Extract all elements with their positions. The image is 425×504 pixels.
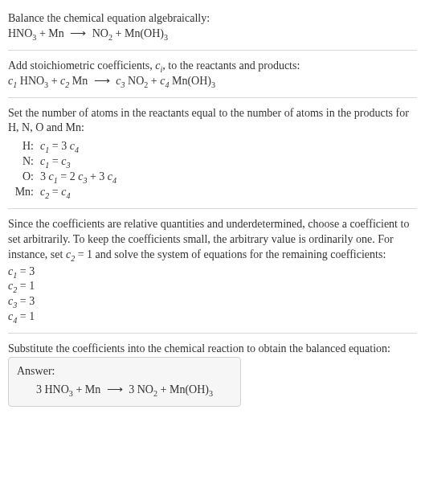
species: Mn: [85, 383, 100, 395]
plus: + 3: [87, 170, 107, 182]
plus: +: [157, 383, 170, 395]
arrow-icon: ⟶: [104, 383, 126, 395]
choose-section: Since the coefficients are relative quan…: [8, 212, 417, 330]
atom-balance-table: H: c1 = 3 c4 N: c1 = c3 O: 3 c1 = 2 c3 +…: [11, 139, 116, 200]
eqn-plus: +: [112, 27, 125, 39]
table-row: N: c1 = c3: [11, 154, 116, 170]
plus: +: [73, 383, 85, 395]
stoich-section: Add stoichiometric coefficients, ci, to …: [8, 54, 417, 94]
species: Mn(OH): [170, 75, 212, 87]
element-label: N:: [11, 154, 40, 170]
species: Mn(OH): [170, 383, 209, 395]
divider: [8, 333, 417, 334]
divider: [8, 208, 417, 209]
var-sub: 4: [66, 191, 70, 200]
divider: [8, 50, 417, 51]
answer-box: Answer: 3 HNO3 + Mn ⟶ 3 NO2 + Mn(OH)3: [8, 357, 241, 407]
eqn-term: Mn(OH): [125, 27, 164, 39]
eqn-plus: +: [36, 27, 48, 39]
eqn-term: Mn: [48, 27, 63, 39]
species-sub: 3: [211, 80, 215, 88]
arrow-icon: ⟶: [91, 75, 113, 87]
table-row: H: c1 = 3 c4: [11, 139, 116, 154]
var-sub: 3: [66, 161, 70, 170]
var-sub: 4: [75, 145, 79, 154]
list-item: c2 = 1: [8, 279, 417, 294]
element-label: O:: [11, 170, 40, 185]
eq: =: [49, 155, 61, 167]
eqn-term: HNO: [8, 27, 32, 39]
stoich-equation: c1 HNO3 + c2 Mn ⟶ c3 NO2 + c4 Mn(OH)3: [8, 74, 417, 89]
val: = 3: [17, 265, 35, 277]
intro-line1: Balance the chemical equation algebraica…: [8, 11, 417, 27]
num: 3: [40, 170, 49, 182]
eq: = 3: [49, 140, 69, 152]
list-item: c3 = 3: [8, 294, 417, 309]
eqn-sub: 3: [164, 33, 168, 42]
eq: = 2: [58, 170, 78, 182]
divider: [8, 97, 417, 98]
balance-eqn: 3 c1 = 2 c3 + 3 c4: [40, 170, 116, 185]
choose-text: Since the coefficients are relative quan…: [8, 217, 417, 263]
text: = 1 and solve the system of equations fo…: [75, 248, 386, 260]
answer-title: Answer:: [17, 364, 232, 379]
intro-section: Balance the chemical equation algebraica…: [8, 6, 417, 47]
solution-list: c1 = 3 c2 = 1 c3 = 3 c4 = 1: [8, 264, 417, 326]
text: , to the reactants and products:: [162, 59, 300, 72]
species-sub: 3: [209, 389, 213, 398]
list-item: c1 = 3: [8, 264, 417, 280]
list-item: c4 = 1: [8, 309, 417, 325]
subst-section: Substitute the coefficients into the che…: [8, 337, 417, 412]
intro-equation: HNO3 + Mn ⟶ NO2 + Mn(OH)3: [8, 27, 417, 42]
text: Add stoichiometric coefficients,: [8, 59, 155, 72]
answer-equation: 3 HNO3 + Mn ⟶ 3 NO2 + Mn(OH)3: [17, 383, 232, 398]
coef: 3: [36, 383, 45, 395]
val: = 1: [17, 310, 35, 322]
table-row: Mn: c2 = c4: [11, 185, 116, 200]
element-label: H:: [11, 139, 40, 154]
element-label: Mn:: [11, 185, 40, 200]
balance-eqn: c1 = 3 c4: [40, 139, 116, 154]
coef: 3: [129, 383, 137, 395]
val: = 1: [17, 280, 35, 292]
arrow-icon: ⟶: [67, 27, 89, 39]
table-row: O: 3 c1 = 2 c3 + 3 c4: [11, 170, 116, 185]
species: Mn: [69, 75, 88, 87]
eq: =: [49, 186, 61, 198]
species: NO: [125, 75, 145, 87]
plus: +: [148, 75, 160, 87]
balance-eqn: c2 = c4: [40, 185, 116, 200]
species: NO: [137, 383, 153, 395]
eqn-term: NO: [92, 27, 108, 39]
val: = 3: [17, 295, 35, 307]
atoms-intro: Set the number of atoms in the reactants…: [8, 106, 417, 137]
stoich-text: Add stoichiometric coefficients, ci, to …: [8, 59, 417, 74]
atoms-section: Set the number of atoms in the reactants…: [8, 101, 417, 205]
balance-eqn: c1 = c3: [40, 154, 116, 170]
plus: +: [48, 75, 60, 87]
species: HNO: [45, 383, 69, 395]
var-sub: 4: [112, 176, 116, 185]
subst-text: Substitute the coefficients into the che…: [8, 342, 417, 357]
species: HNO: [17, 75, 44, 87]
